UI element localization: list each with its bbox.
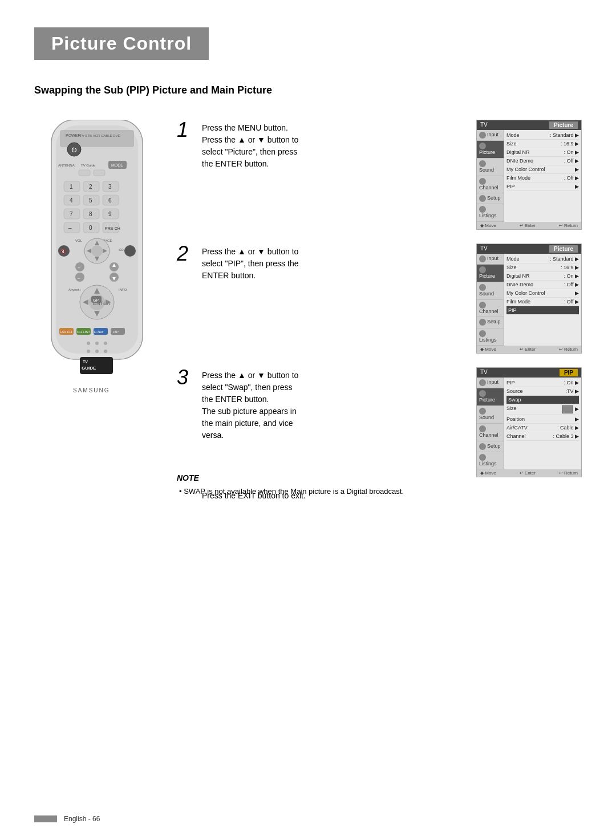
svg-text:FAV CH: FAV CH [60, 330, 72, 334]
subtitle: Swapping the Sub (PIP) Picture and Main … [34, 84, 272, 96]
page-header: Picture Control [34, 27, 582, 60]
svg-point-79 [104, 342, 107, 345]
step-1: 1 Press the MENU button. Press the ▲ or … [177, 120, 582, 230]
tv-label-1: TV [480, 121, 488, 129]
svg-text:2: 2 [89, 184, 92, 190]
svg-point-42 [91, 245, 103, 257]
step-3-text: Press the ▲ or ▼ button to select "Swap"… [202, 367, 467, 441]
note-text: SWAP is not available when the Main pict… [177, 486, 582, 497]
sidebar-input: Input [477, 130, 504, 141]
screen-title-2: Picture [549, 245, 578, 253]
svg-text:1: 1 [70, 184, 73, 190]
step-2-text: Press the ▲ or ▼ button to select "PIP",… [202, 244, 467, 282]
sidebar-setup-1: Setup [477, 193, 504, 204]
svg-point-80 [87, 350, 90, 353]
svg-text:POWER: POWER [66, 133, 80, 137]
remote-control: POWER TV STB VCR CABLE DVD ⏻ ANTENNA TV … [34, 120, 171, 416]
tv-footer-1: ◆ Move↵ Enter↩ Return [477, 222, 581, 229]
svg-point-82 [104, 350, 107, 353]
sidebar-sound-1: Sound [477, 159, 504, 176]
svg-text:TV Guide: TV Guide [81, 164, 96, 167]
step-2: 2 Press the ▲ or ▼ button to select "PIP… [177, 244, 582, 354]
svg-text:MODE: MODE [111, 163, 123, 167]
footer-bar [34, 815, 57, 822]
page-footer: English - 66 [34, 815, 582, 823]
svg-text:0: 0 [89, 225, 92, 231]
tv-sidebar-1: Input Picture Sound Channel Setup Listin… [477, 130, 504, 222]
sidebar-sound-2: Sound [477, 282, 504, 300]
sidebar-picture-3: Picture [477, 388, 504, 406]
svg-text:Anynet+: Anynet+ [68, 288, 82, 291]
svg-text:3: 3 [108, 184, 112, 190]
step-1-number: 1 [177, 120, 193, 140]
svg-point-81 [95, 350, 99, 353]
sidebar-channel-2: Channel [477, 300, 504, 318]
svg-text:+: + [78, 265, 80, 270]
sidebar-sound-3: Sound [477, 406, 504, 424]
svg-text:D-Net: D-Net [94, 330, 103, 334]
svg-text:8: 8 [89, 211, 92, 217]
svg-text:7: 7 [70, 211, 73, 217]
svg-text:VOL: VOL [75, 239, 83, 242]
steps-area: 1 Press the MENU button. Press the ▲ or … [177, 120, 582, 500]
svg-rect-12 [94, 170, 105, 176]
page-title: Picture Control [51, 33, 192, 54]
note-section: NOTE SWAP is not available when the Main… [177, 473, 582, 497]
svg-text:4: 4 [70, 197, 73, 204]
svg-text:INFO: INFO [119, 288, 127, 291]
sidebar-input-3: Input [477, 378, 504, 388]
svg-text:PRE-CH: PRE-CH [105, 226, 120, 230]
svg-text:⏻: ⏻ [71, 147, 77, 153]
svg-text:SAMSUNG: SAMSUNG [73, 387, 110, 393]
tv-content-1: Mode: Standard ▶ Size: 16:9 ▶ Digital NR… [504, 130, 581, 222]
screen-title-1: Picture [549, 121, 578, 129]
svg-rect-31 [64, 222, 80, 233]
svg-point-78 [95, 342, 99, 345]
sidebar-picture: Picture [477, 141, 504, 159]
svg-text:🔇: 🔇 [60, 249, 66, 254]
tv-content-2: Mode: Standard ▶ Size: 16:9 ▶ Digital NR… [504, 254, 581, 346]
svg-point-49 [124, 245, 136, 257]
tv-label-2: TV [480, 245, 488, 253]
svg-text:–: – [78, 275, 80, 281]
svg-text:GP: GP [93, 298, 99, 302]
step-1-screen: TV Picture Input Picture Sound Channel S… [476, 120, 582, 230]
svg-text:6: 6 [108, 197, 112, 204]
svg-text:9: 9 [108, 211, 112, 217]
svg-text:TV STB VCR CABLE DVD: TV STB VCR CABLE DVD [80, 134, 121, 137]
title-box: Picture Control [34, 27, 209, 60]
svg-text:TV: TV [83, 360, 88, 364]
step-3-screen: TV PIP Input Picture Sound Channel Setup… [476, 367, 582, 477]
tv-label-3: TV [480, 369, 488, 376]
tv-content-3: PIP: On ▶ Source:TV ▶ Swap Size ▶ Positi… [504, 378, 581, 469]
svg-text:–: – [68, 225, 72, 231]
sidebar-listings-3: Listings [477, 452, 504, 470]
sidebar-listings-1: Listings [477, 204, 504, 222]
tv-footer-2: ◆ Move↵ Enter↩ Return [477, 346, 581, 353]
note-title: NOTE [177, 473, 582, 482]
svg-point-77 [87, 342, 90, 345]
svg-text:CH LIST: CH LIST [77, 330, 90, 334]
sidebar-channel-3: Channel [477, 424, 504, 441]
sidebar-setup-2: Setup [477, 317, 504, 328]
step-2-screen: TV Picture Input Picture Sound Channel S… [476, 244, 582, 354]
sidebar-channel-1: Channel [477, 176, 504, 194]
footer-text: English - 66 [64, 815, 100, 823]
svg-text:PIP: PIP [113, 330, 119, 334]
tv-sidebar-3: Input Picture Sound Channel Setup Listin… [477, 378, 504, 469]
svg-text:GUIDE: GUIDE [82, 366, 96, 371]
step-1-text: Press the MENU button. Press the ▲ or ▼ … [202, 120, 467, 170]
step-3: 3 Press the ▲ or ▼ button to select "Swa… [177, 367, 582, 477]
step-3-number: 3 [177, 367, 193, 388]
sidebar-setup-3: Setup [477, 441, 504, 452]
svg-text:ANTENNA: ANTENNA [58, 164, 75, 167]
sidebar-listings-2: Listings [477, 328, 504, 346]
sidebar-input-2: Input [477, 254, 504, 265]
step-2-number: 2 [177, 244, 193, 264]
svg-rect-11 [79, 170, 90, 176]
sidebar-picture-2: Picture [477, 265, 504, 282]
tv-sidebar-2: Input Picture Sound Channel Setup Listin… [477, 254, 504, 346]
screen-title-3: PIP [560, 369, 578, 376]
svg-text:5: 5 [89, 197, 92, 204]
